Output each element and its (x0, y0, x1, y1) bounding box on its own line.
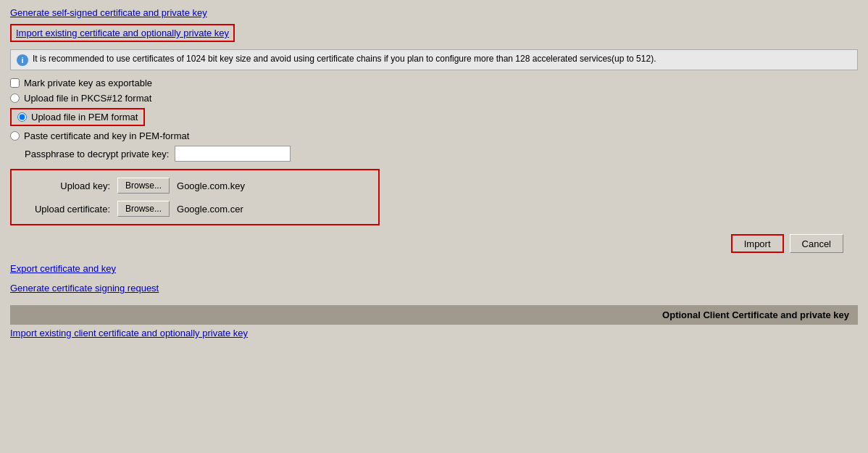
cert-filename: Google.com.cer (177, 204, 243, 215)
mark-exportable-checkbox[interactable] (10, 78, 20, 88)
import-existing-anchor[interactable]: Import existing certificate and optional… (16, 28, 229, 38)
mark-exportable-label: Mark private key as exportable (24, 78, 152, 88)
generate-self-signed-link[interactable]: Generate self-signed certificate and pri… (10, 7, 207, 18)
page-container: Generate self-signed certificate and pri… (0, 0, 868, 346)
passphrase-label: Passphrase to decrypt private key: (25, 149, 169, 159)
export-cert-link[interactable]: Export certificate and key (10, 263, 858, 274)
upload-box: Upload key: Browse... Google.com.key Upl… (10, 169, 380, 225)
paste-option-row: Paste certificate and key in PEM-format (10, 130, 858, 141)
generate-signing-link[interactable]: Generate certificate signing request (10, 283, 858, 294)
pkcs12-option-row: Upload file in PKCS#12 format (10, 93, 858, 104)
action-row: Import Cancel (10, 234, 858, 253)
cancel-button[interactable]: Cancel (790, 234, 843, 253)
pem-radio[interactable] (17, 112, 27, 122)
browse-cert-button[interactable]: Browse... (117, 201, 170, 217)
import-client-cert-link[interactable]: Import existing client certificate and o… (10, 328, 858, 338)
generate-self-signed-anchor[interactable]: Generate self-signed certificate and pri… (10, 7, 207, 18)
passphrase-input[interactable] (175, 146, 291, 162)
import-existing-box: Import existing certificate and optional… (10, 24, 235, 42)
upload-key-row: Upload key: Browse... Google.com.key (23, 178, 367, 194)
upload-key-label: Upload key: (23, 180, 110, 191)
paste-radio[interactable] (10, 131, 20, 141)
upload-cert-label: Upload certificate: (23, 204, 110, 215)
paste-label: Paste certificate and key in PEM-format (24, 130, 189, 141)
info-text: It is recommended to use certificates of… (33, 54, 656, 64)
upload-cert-row: Upload certificate: Browse... Google.com… (23, 201, 367, 217)
section-header: Optional Client Certificate and private … (10, 305, 858, 325)
key-filename: Google.com.key (177, 180, 245, 191)
pkcs12-label: Upload file in PKCS#12 format (24, 93, 151, 104)
info-row: i It is recommended to use certificates … (10, 49, 858, 70)
browse-key-button[interactable]: Browse... (117, 178, 170, 194)
pem-label: Upload file in PEM format (31, 112, 138, 122)
pkcs12-radio[interactable] (10, 93, 20, 103)
info-icon: i (17, 54, 28, 66)
pem-option-row: Upload file in PEM format (10, 108, 145, 126)
import-button[interactable]: Import (731, 234, 784, 253)
passphrase-row: Passphrase to decrypt private key: (25, 146, 858, 162)
mark-exportable-row: Mark private key as exportable (10, 78, 858, 88)
